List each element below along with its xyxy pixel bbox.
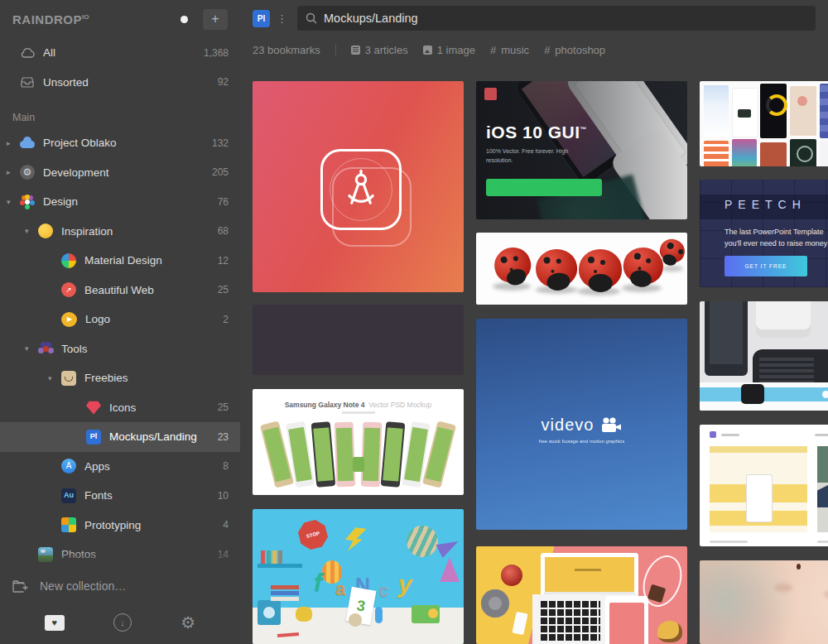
blue-cloud-icon	[20, 136, 35, 151]
toy-phone	[412, 605, 440, 623]
bookmark-card-ui-screens[interactable]	[700, 81, 828, 166]
paper-plane	[436, 535, 461, 558]
play-circle-icon: ▶	[61, 312, 77, 327]
letter-y: y	[398, 570, 412, 598]
sidebar-item-unsorted[interactable]: Unsorted 92	[0, 68, 240, 98]
sidebar-item-all[interactable]: All 1,368	[0, 38, 240, 68]
gear-circle-icon: ⚙	[20, 165, 35, 180]
sidebar-item-mockups-landing[interactable]: Pl Mockups/Landing 23	[0, 422, 240, 452]
bookmark-card-fancy-collage[interactable]: STOP f a N c y 3	[253, 509, 464, 644]
chevron-icon[interactable]: ▸	[7, 168, 20, 176]
bookmark-card-devices-flatlay[interactable]	[700, 301, 828, 411]
sidebar-item-freebies[interactable]: ▾ Freebies	[0, 363, 240, 393]
item-count: 92	[218, 76, 229, 88]
main-area: Pl ⋮ Mockups/Landing 23 bookmarks 3 arti…	[240, 0, 828, 644]
laptop-illustration	[532, 553, 638, 644]
bookmark-card-portfolio-site[interactable]: STORIES	[700, 425, 828, 546]
bookmark-card-app-icon-template[interactable]	[253, 81, 464, 292]
inbox-icon	[20, 74, 35, 89]
sidebar-item-beautiful-web[interactable]: ↗ Beautiful Web 25	[0, 276, 240, 305]
article-icon	[351, 46, 360, 55]
search-input[interactable]: Mockups/Landing	[297, 6, 816, 31]
new-collection-button[interactable]: New collection…	[0, 571, 240, 601]
letter-a: a	[335, 579, 345, 600]
chevron-icon[interactable]: ▾	[48, 374, 61, 382]
filter-images[interactable]: 1 image	[423, 44, 475, 56]
download-icon[interactable]: ↓	[113, 613, 132, 632]
sidebar-footer: ♥ ↓ ⚙	[0, 601, 240, 644]
image-icon	[423, 46, 432, 55]
bookmark-card-placeholder[interactable]	[253, 305, 464, 375]
sidebar-item-apps[interactable]: A Apps 8	[0, 452, 240, 482]
mockup-title: Samsung Galaxy Note 4 Vector PSD Mockup	[253, 401, 464, 409]
toy-washer	[258, 600, 281, 625]
app-logo: RAINDROPIO	[12, 12, 89, 26]
app-icon-outline	[320, 149, 402, 230]
bookmark-card-videvo[interactable]: videvo free stock footage and motion gra…	[476, 319, 687, 530]
bookmark-card-galaxy-note-mockup[interactable]: Samsung Galaxy Note 4 Vector PSD Mockup	[253, 389, 464, 495]
sidebar-item-design[interactable]: ▾ Design 76	[0, 187, 240, 217]
au-square-icon: Au	[61, 488, 76, 503]
cloud-icon	[20, 46, 35, 60]
pl-badge-icon: Pl	[86, 430, 101, 445]
bookmarks-count: 23 bookmarks	[253, 44, 320, 56]
tape-roll	[481, 589, 509, 618]
sidebar-item-development[interactable]: ▸ ⚙ Development 205	[0, 158, 240, 188]
more-options-icon[interactable]: ⋮	[277, 12, 287, 25]
sidebar: RAINDROPIO + All 1,368 Unsorted 92 Main …	[0, 0, 240, 644]
search-value: Mockups/Landing	[324, 12, 418, 25]
sidebar-item-material-design[interactable]: Material Design 12	[0, 246, 240, 276]
top-bar: Pl ⋮ Mockups/Landing	[240, 0, 828, 36]
hash-icon: #	[490, 44, 496, 56]
filter-bar: 23 bookmarks 3 articles 1 image # music …	[240, 36, 828, 63]
sync-status-dot	[181, 16, 188, 23]
filter-tag-music[interactable]: # music	[490, 44, 529, 56]
bookmark-card-hand-photo[interactable]	[700, 560, 828, 644]
chevron-icon[interactable]: ▸	[7, 139, 20, 147]
watch-face	[741, 384, 764, 404]
flower-icon	[20, 195, 35, 209]
gem-icon	[86, 400, 101, 415]
peetch-title: PEETCH	[724, 198, 806, 211]
add-button[interactable]: +	[203, 9, 228, 30]
raindrop-app: { "app": {"logo": "RAINDROP", "logo_sup"…	[0, 0, 828, 644]
group-label-main: Main	[0, 97, 240, 128]
bookmark-card-ladybugs[interactable]	[476, 233, 687, 305]
red-knob	[501, 565, 522, 586]
search-icon	[306, 12, 317, 24]
photos-icon	[38, 547, 53, 562]
sidebar-item-photos[interactable]: Photos 14	[0, 540, 240, 568]
peetch-tagline: The last PowerPoint Templateyou'll ever …	[724, 226, 828, 250]
bookmark-card-ios10-gui[interactable]: iOS 10 GUI™ 100% Vector. Free forever. H…	[476, 81, 687, 219]
bag-icon	[61, 371, 76, 386]
current-collection-badge[interactable]: Pl	[253, 10, 270, 27]
videvo-tagline: free stock footage and motion graphics	[476, 439, 687, 444]
favorites-icon[interactable]: ♥	[45, 615, 65, 631]
sidebar-item-fonts[interactable]: Au Fonts 10	[0, 481, 240, 511]
letter-c: c	[378, 580, 388, 602]
chevron-icon[interactable]: ▾	[25, 344, 38, 353]
item-count: 1,368	[204, 47, 229, 59]
portfolio-tile-left	[710, 446, 807, 532]
filter-articles[interactable]: 3 articles	[351, 44, 408, 56]
settings-gear-icon[interactable]: ⚙	[181, 614, 195, 631]
sidebar-item-inspiration[interactable]: ▾ Inspiration 68	[0, 217, 240, 247]
sidebar-item-logo[interactable]: ▶ Logo 2	[0, 305, 240, 334]
chevron-icon[interactable]: ▾	[7, 198, 20, 206]
sidebar-item-prototyping[interactable]: Prototyping 4	[0, 511, 240, 541]
chevron-icon[interactable]: ▾	[25, 227, 38, 235]
bookmark-card-peetch[interactable]: PEETCH The last PowerPoint Templateyou'l…	[700, 180, 828, 287]
portfolio-tile-right: STORIES	[817, 446, 828, 532]
arrow-circle-icon: ↗	[61, 282, 76, 297]
bookmark-card-desk-flatlay[interactable]	[476, 546, 687, 644]
item-label: Unsorted	[43, 76, 218, 89]
movie-camera-icon	[600, 417, 622, 434]
site-logo	[710, 431, 716, 438]
sidebar-item-icons[interactable]: Icons 25	[0, 393, 240, 423]
sidebar-item-tools[interactable]: ▾ Tools	[0, 334, 240, 364]
item-label: All	[43, 46, 204, 59]
download-button	[486, 179, 602, 196]
filter-tag-photoshop[interactable]: # photoshop	[544, 44, 605, 56]
sidebar-item-project-oblako[interactable]: ▸ Project Oblako 132	[0, 128, 240, 158]
clock	[407, 526, 438, 557]
